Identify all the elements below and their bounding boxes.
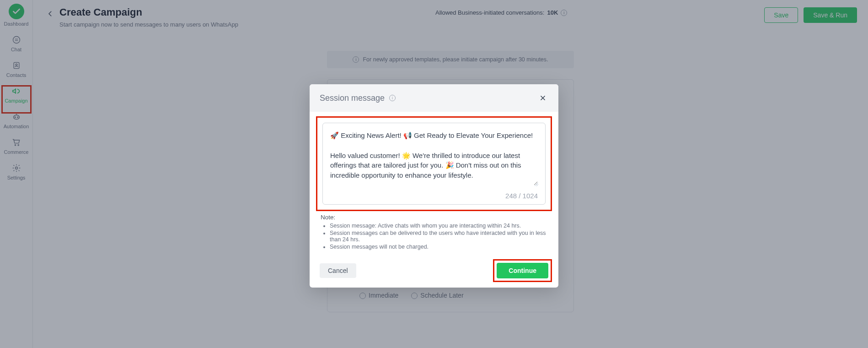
close-icon xyxy=(539,94,547,102)
session-message-textarea[interactable] xyxy=(330,130,538,185)
note-title: Note: xyxy=(321,214,548,221)
modal-header: Session message i xyxy=(310,84,558,112)
note-item: Session message: Active chats with whom … xyxy=(330,223,548,229)
continue-button[interactable]: Continue xyxy=(497,263,548,278)
resize-handle-icon[interactable] xyxy=(534,181,539,186)
note-item: Session messages will not be charged. xyxy=(330,244,548,250)
message-box: 248 / 1024 xyxy=(322,123,546,205)
note-item: Session messages can be delivered to the… xyxy=(330,230,548,243)
session-message-modal: Session message i 248 / 1024 Note: Sessi… xyxy=(310,84,558,288)
note-list: Session message: Active chats with whom … xyxy=(320,223,548,250)
modal-body: 248 / 1024 Note: Session message: Active… xyxy=(310,112,558,256)
message-frame: 248 / 1024 xyxy=(320,120,548,207)
modal-close-button[interactable] xyxy=(537,92,548,103)
modal-title: Session message xyxy=(320,93,385,103)
cancel-button[interactable]: Cancel xyxy=(320,263,356,278)
char-count: 248 / 1024 xyxy=(330,192,538,200)
modal-footer: Cancel Continue xyxy=(310,256,558,288)
info-icon[interactable]: i xyxy=(389,95,396,101)
